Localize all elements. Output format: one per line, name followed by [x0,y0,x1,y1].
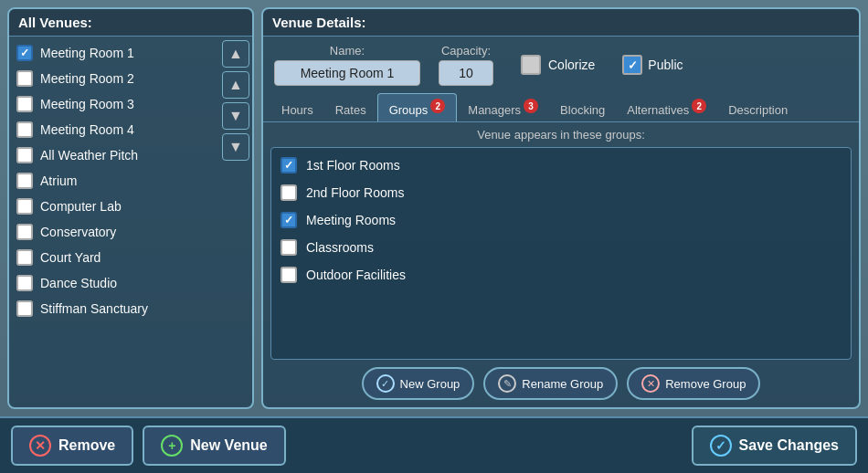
group-checkbox[interactable] [281,267,297,283]
name-label: Name: [274,44,420,58]
tab-blocking[interactable]: Blocking [549,99,616,121]
rename-group-label: Rename Group [522,377,603,391]
remove-group-icon: ✕ [641,374,660,393]
groups-buttons: ✓ New Group ✎ Rename Group ✕ Remove Grou… [263,360,859,407]
venue-list-item[interactable]: Computer Lab [9,194,219,219]
tab-description[interactable]: Description [717,99,799,121]
venue-checkbox[interactable] [16,70,33,87]
public-checkbox[interactable]: ✓ [622,55,642,75]
scroll-down-btn[interactable]: ▼ [222,102,249,130]
venue-item-label: Stiffman Sanctuary [40,301,148,316]
name-field-group: Name: [274,44,420,86]
capacity-input[interactable] [439,60,493,86]
venue-checkbox[interactable] [16,96,33,112]
venue-list-item[interactable]: Meeting Room 3 [9,91,219,117]
venue-item-label: All Weather Pitch [40,148,138,163]
remove-label: Remove [58,437,115,454]
tab-badge: 2 [692,99,706,113]
new-group-label: New Group [400,377,460,391]
group-checkbox[interactable]: ✓ [281,212,297,228]
venue-item-label: Atrium [40,173,77,188]
tab-alternatives[interactable]: Alternatives2 [616,94,717,121]
tab-hours[interactable]: Hours [270,99,324,121]
capacity-label: Capacity: [439,44,493,58]
venue-item-label: Meeting Room 4 [40,122,134,137]
public-label: Public [648,58,683,72]
venue-list-item[interactable]: ✓Meeting Room 1 [9,40,219,66]
save-changes-button[interactable]: ✓ Save Changes [692,426,857,466]
group-list-item[interactable]: 2nd Floor Rooms [271,179,851,206]
venue-checkbox[interactable] [16,147,33,163]
venue-item-label: Meeting Room 3 [40,97,134,111]
venue-list-item[interactable]: Stiffman Sanctuary [9,296,219,321]
venue-item-label: Dance Studio [40,276,117,290]
remove-icon: ✕ [29,435,51,457]
content-area: All Venues: ✓Meeting Room 1Meeting Room … [0,0,868,416]
venue-list-item[interactable]: Atrium [9,168,219,194]
group-checkbox[interactable] [281,239,297,256]
venue-item-label: Court Yard [40,250,101,265]
colorize-checkbox[interactable] [521,55,541,75]
venue-checkbox[interactable] [16,275,33,291]
group-list-item[interactable]: ✓Meeting Rooms [271,206,851,234]
new-venue-icon: + [161,435,183,457]
venue-list-item[interactable]: Meeting Room 4 [9,117,219,142]
rename-group-button[interactable]: ✎ Rename Group [483,367,618,400]
bottom-bar-left: ✕ Remove + New Venue [11,426,286,466]
group-checkbox[interactable] [281,184,297,201]
save-icon: ✓ [710,435,732,457]
venue-checkbox[interactable] [16,249,33,266]
scroll-up2-btn[interactable]: ▲ [222,71,249,99]
group-list-item[interactable]: Outdoor Facilities [271,261,851,289]
new-venue-button[interactable]: + New Venue [143,426,285,466]
rename-group-icon: ✎ [498,374,516,393]
new-group-button[interactable]: ✓ New Group [362,367,475,400]
venue-checkbox[interactable]: ✓ [16,45,33,61]
group-item-label: 1st Floor Rooms [306,158,400,173]
capacity-field-group: Capacity: [439,44,493,86]
groups-header: Venue appears in these groups: [263,122,859,147]
tab-rates[interactable]: Rates [324,99,377,121]
main-container: All Venues: ✓Meeting Room 1Meeting Room … [0,0,868,473]
name-input[interactable] [274,60,420,86]
tab-badge: 3 [524,99,538,113]
new-venue-label: New Venue [190,437,267,454]
venue-list-item[interactable]: Dance Studio [9,270,219,296]
venue-item-label: Meeting Room 1 [40,46,134,60]
venue-item-label: Meeting Room 2 [40,71,134,86]
scroll-down2-btn[interactable]: ▼ [222,133,249,161]
venues-panel: All Venues: ✓Meeting Room 1Meeting Room … [7,7,254,409]
tab-groups[interactable]: Groups2 [377,93,458,121]
venue-checkbox[interactable] [16,173,33,189]
venues-list: ✓Meeting Room 1Meeting Room 2Meeting Roo… [9,37,219,407]
group-item-label: Classrooms [306,240,374,255]
bottom-bar: ✕ Remove + New Venue ✓ Save Changes [0,416,868,473]
venue-details-panel: Venue Details: Name: Capacity: Colorize … [261,7,861,409]
venue-item-label: Computer Lab [40,199,122,214]
tab-badge: 2 [430,99,445,113]
scroll-controls: ▲ ▲ ▼ ▼ [219,37,252,407]
remove-group-label: Remove Group [665,377,746,391]
groups-list: ✓1st Floor Rooms2nd Floor Rooms✓Meeting … [271,148,851,359]
groups-list-container: ✓1st Floor Rooms2nd Floor Rooms✓Meeting … [270,147,852,360]
group-list-item[interactable]: ✓1st Floor Rooms [271,152,851,179]
scroll-up-btn[interactable]: ▲ [222,40,249,68]
venue-checkbox[interactable] [16,224,33,240]
venue-list-item[interactable]: Court Yard [9,245,219,270]
group-item-label: Outdoor Facilities [306,268,406,282]
venue-checkbox[interactable] [16,121,33,138]
remove-button[interactable]: ✕ Remove [11,426,133,466]
group-list-item[interactable]: Classrooms [271,234,851,261]
venues-title: All Venues: [9,9,252,37]
venue-fields: Name: Capacity: Colorize ✓ Public [263,37,859,93]
group-checkbox[interactable]: ✓ [281,157,297,173]
venue-list-item[interactable]: Meeting Room 2 [9,66,219,91]
save-changes-label: Save Changes [739,437,839,454]
remove-group-button[interactable]: ✕ Remove Group [627,367,760,400]
venue-list-item[interactable]: Conservatory [9,219,219,245]
tab-managers[interactable]: Managers3 [457,94,549,121]
venue-list-item[interactable]: All Weather Pitch [9,142,219,168]
venue-checkbox[interactable] [16,300,33,317]
venue-checkbox[interactable] [16,198,33,215]
tabs-row: HoursRatesGroups2Managers3BlockingAltern… [263,93,859,122]
